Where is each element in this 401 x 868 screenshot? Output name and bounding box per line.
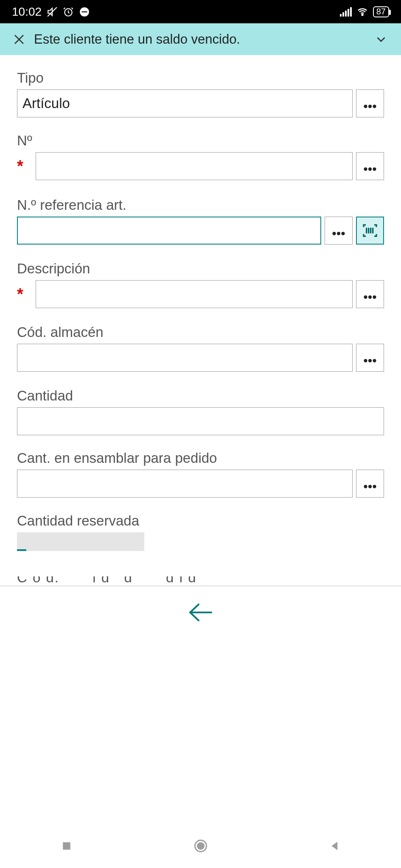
field-cantidad: Cantidad (17, 388, 384, 435)
lookup-ref[interactable]: ••• (325, 217, 353, 245)
lookup-almacen[interactable]: ••• (356, 344, 384, 372)
svg-rect-4 (340, 14, 342, 17)
status-time: 10:02 (12, 5, 42, 19)
svg-rect-8 (350, 7, 352, 17)
back-bar (0, 586, 401, 641)
label-almacen: Cód. almacén (17, 324, 384, 340)
alarm-icon (63, 6, 74, 17)
field-no: Nº * ••• (17, 133, 384, 180)
svg-point-9 (362, 14, 363, 15)
readonly-reservada (17, 532, 144, 551)
svg-rect-7 (348, 9, 349, 17)
input-ref[interactable] (17, 217, 321, 245)
lookup-no[interactable]: ••• (356, 152, 384, 180)
field-reservada: Cantidad reservada (17, 513, 384, 551)
lookup-ensamblar[interactable]: ••• (356, 470, 384, 498)
battery-level: 87 (376, 7, 386, 17)
svg-rect-5 (342, 12, 344, 17)
label-partial: C ó d. i d d d i d (17, 576, 197, 585)
input-no[interactable] (36, 152, 353, 180)
required-icon: * (17, 152, 31, 180)
ellipsis-icon: ••• (363, 479, 377, 494)
input-almacen[interactable] (17, 344, 353, 372)
ellipsis-icon: ••• (332, 226, 345, 241)
input-cantidad[interactable] (17, 407, 384, 435)
notification-banner: Este cliente tiene un saldo vencido. (0, 23, 401, 55)
field-tipo: Tipo ••• (17, 70, 384, 117)
svg-marker-20 (331, 842, 337, 850)
banner-message: Este cliente tiene un saldo vencido. (34, 32, 374, 47)
close-icon[interactable] (13, 33, 25, 46)
input-tipo[interactable] (17, 89, 353, 117)
back-button[interactable] (186, 601, 216, 626)
field-partial: C ó d. i d d d i d (17, 576, 384, 586)
ellipsis-icon: ••• (363, 99, 377, 114)
input-ensamblar[interactable] (17, 470, 353, 498)
field-almacen: Cód. almacén ••• (17, 324, 384, 372)
svg-rect-17 (63, 842, 70, 850)
status-bar: 10:02 87 (0, 0, 401, 23)
nav-home-icon[interactable] (193, 838, 208, 855)
nav-back-icon[interactable] (328, 840, 341, 854)
label-ref: N.º referencia art. (17, 197, 384, 213)
label-no: Nº (17, 133, 384, 149)
label-desc: Descripción (17, 261, 384, 277)
signal-icon (340, 7, 352, 17)
underline-accent (17, 549, 26, 551)
field-ref: N.º referencia art. ••• (17, 197, 384, 245)
lookup-tipo[interactable]: ••• (356, 89, 384, 117)
nav-recent-icon[interactable] (60, 840, 73, 854)
label-tipo: Tipo (17, 70, 384, 86)
mute-icon (47, 6, 58, 17)
svg-point-19 (197, 843, 204, 849)
label-cantidad: Cantidad (17, 388, 384, 404)
wifi-icon (356, 7, 369, 17)
label-reservada: Cantidad reservada (17, 513, 384, 529)
svg-rect-3 (82, 11, 87, 12)
battery-indicator: 87 (373, 6, 389, 17)
chevron-down-icon[interactable] (374, 32, 388, 47)
label-ensamblar: Cant. en ensamblar para pedido (17, 450, 384, 466)
ellipsis-icon: ••• (363, 290, 377, 304)
android-nav-bar (0, 826, 401, 868)
input-desc[interactable] (36, 280, 353, 308)
required-icon: * (17, 280, 31, 308)
svg-rect-6 (345, 11, 347, 17)
field-ensamblar: Cant. en ensamblar para pedido ••• (17, 450, 384, 498)
ellipsis-icon: ••• (363, 162, 377, 176)
ellipsis-icon: ••• (363, 353, 377, 368)
field-desc: Descripción * ••• (17, 261, 384, 308)
scan-barcode-button[interactable] (356, 217, 384, 245)
dnd-icon (79, 6, 90, 17)
lookup-desc[interactable]: ••• (356, 280, 384, 308)
